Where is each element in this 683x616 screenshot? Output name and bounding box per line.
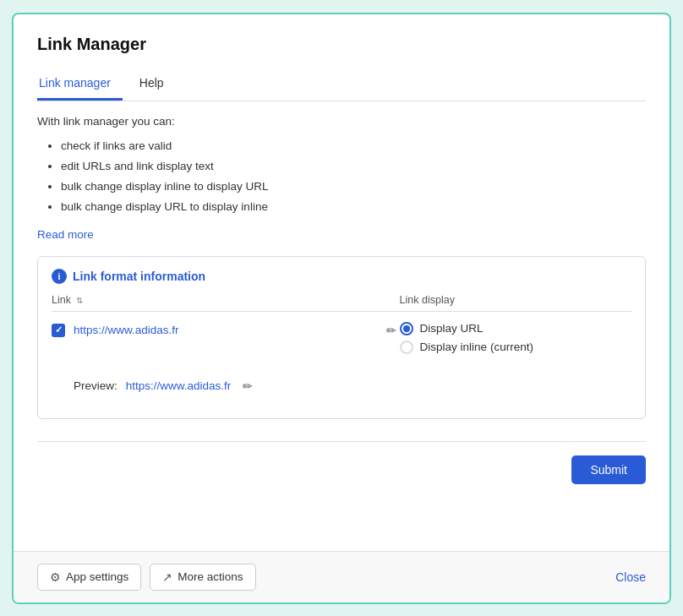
link-url: https://www.adidas.fr [74, 324, 374, 336]
link-checkbox[interactable] [52, 324, 65, 337]
feature-list: check if links are valid edit URLs and l… [37, 136, 646, 218]
tab-link-manager[interactable]: Link manager [37, 69, 123, 101]
footer-left: ⚙ App settings ↗ More actions [37, 564, 256, 591]
preview-label: Preview: [74, 379, 117, 392]
table-row: https://www.adidas.fr ✏ Display URL [52, 311, 631, 363]
link-format-header: i Link format information [52, 269, 631, 284]
tab-bar: Link manager Help [37, 69, 646, 101]
radio-display-inline[interactable]: Display inline (current) [400, 341, 631, 354]
link-cell: https://www.adidas.fr ✏ [52, 311, 400, 363]
app-settings-button[interactable]: ⚙ App settings [37, 564, 141, 591]
arrow-icon: ↗ [162, 570, 172, 584]
preview-content: Preview: https://www.adidas.fr ✏ [52, 373, 631, 398]
divider [37, 441, 646, 442]
tab-help[interactable]: Help [138, 69, 176, 101]
preview-row: Preview: https://www.adidas.fr ✏ [52, 363, 631, 406]
app-settings-label: App settings [66, 570, 128, 583]
link-format-section: i Link format information Link ⇅ Link di… [37, 256, 646, 419]
preview-cell: Preview: https://www.adidas.fr ✏ [52, 363, 631, 406]
preview-edit-icon[interactable]: ✏ [239, 378, 256, 395]
more-actions-label: More actions [178, 570, 243, 583]
radio-display-inline-btn[interactable] [400, 341, 413, 354]
close-button[interactable]: Close [615, 570, 646, 584]
modal-container: Link Manager Link manager Help With link… [12, 13, 671, 604]
feature-item: bulk change display URL to display inlin… [61, 197, 646, 217]
read-more-link[interactable]: Read more [37, 228, 646, 241]
radio-display-url-btn[interactable] [400, 322, 413, 335]
modal-title: Link Manager [37, 35, 646, 54]
feature-item: bulk change display inline to display UR… [61, 177, 646, 197]
preview-url: https://www.adidas.fr [126, 379, 232, 392]
radio-display-url[interactable]: Display URL [400, 322, 631, 335]
link-table: Link ⇅ Link display https://www.adidas.f… [52, 294, 631, 406]
col-header-link: Link ⇅ [52, 294, 400, 312]
col-header-display: Link display [400, 294, 631, 312]
display-options: Display URL Display inline (current) [400, 322, 631, 354]
more-actions-button[interactable]: ↗ More actions [150, 564, 255, 591]
feature-item: check if links are valid [61, 136, 646, 156]
link-row-main: https://www.adidas.fr ✏ [52, 322, 400, 339]
gear-icon: ⚙ [50, 570, 61, 584]
intro-text: With link manager you can: [37, 115, 646, 128]
feature-item: edit URLs and link display text [61, 156, 646, 177]
submit-row: Submit [37, 455, 646, 484]
link-format-title: Link format information [73, 270, 205, 283]
display-cell: Display URL Display inline (current) [400, 311, 631, 363]
submit-button[interactable]: Submit [571, 455, 646, 484]
edit-icon[interactable]: ✏ [383, 322, 400, 339]
spacer [37, 491, 646, 537]
sort-icon: ⇅ [76, 296, 83, 305]
info-icon: i [52, 269, 67, 284]
modal-footer: ⚙ App settings ↗ More actions Close [14, 551, 669, 602]
modal-body: Link Manager Link manager Help With link… [14, 14, 669, 551]
